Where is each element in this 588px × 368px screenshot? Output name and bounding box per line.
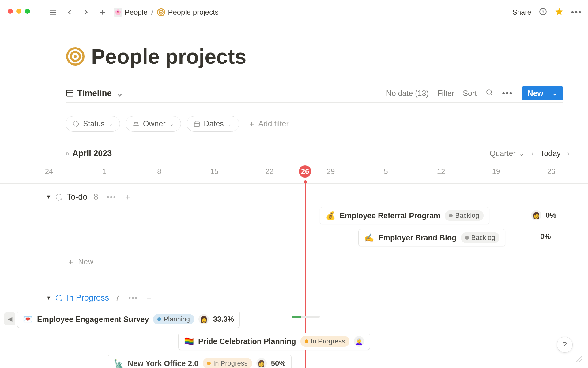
status-pill: Planning [153, 314, 194, 324]
add-filter-button[interactable]: ＋ Add filter [248, 119, 289, 129]
plus-icon: ＋ [67, 257, 74, 267]
svg-rect-21 [194, 122, 199, 126]
status-dot-icon [157, 317, 161, 321]
month-label[interactable]: » April 2023 [66, 149, 112, 158]
date-tick: 29 [327, 167, 335, 176]
filter-chip-status[interactable]: Status ⌄ [66, 116, 120, 132]
favorite-star-icon[interactable] [555, 7, 564, 17]
breadcrumb-parent-icon: 🌸 [114, 8, 122, 17]
hamburger-icon[interactable] [47, 7, 58, 18]
view-toolbar-right: No date (13) Filter Sort ••• New ⌄ [386, 86, 564, 100]
nav-back-icon[interactable] [64, 7, 75, 18]
status-dot-icon [305, 339, 308, 343]
new-button-label: New [528, 89, 543, 98]
breadcrumb-title[interactable]: People projects [168, 8, 218, 17]
group-count: 8 [93, 192, 98, 202]
group-add-icon[interactable]: ＋ [124, 192, 132, 202]
card-title: Pride Celebration Planning [198, 337, 296, 346]
nav-forward-icon[interactable] [81, 7, 92, 18]
chip-label: Owner [143, 119, 166, 128]
timeline-next-icon[interactable]: › [567, 150, 570, 158]
status-circle-icon [56, 194, 62, 201]
project-card-referral[interactable]: 💰 Employee Referral Program Backlog [320, 207, 489, 224]
svg-point-20 [136, 122, 138, 124]
card-percent: 0% [546, 211, 556, 220]
view-name: Timeline [77, 88, 112, 98]
maximize-window-button[interactable] [25, 9, 30, 14]
group-label[interactable]: In Progress [67, 293, 109, 303]
card-trail-referral: 👩 0% [531, 210, 556, 220]
svg-point-12 [74, 55, 77, 58]
minimize-window-button[interactable] [16, 9, 21, 14]
status-pill: Backlog [445, 210, 483, 221]
avatar-icon[interactable]: 👩 [198, 314, 209, 324]
group-label[interactable]: To-do [67, 192, 88, 202]
new-item-todo[interactable]: ＋ New [67, 257, 93, 267]
topbar-right: Share ••• [512, 7, 582, 17]
card-title: Employee Engagement Survey [37, 315, 149, 324]
overflow-left-icon[interactable]: ◀ [4, 312, 15, 325]
month-text: April 2023 [72, 149, 112, 158]
status-text: Planning [164, 315, 190, 323]
avatar-icon[interactable]: 👩 [256, 358, 267, 368]
group-add-icon[interactable]: ＋ [145, 293, 153, 303]
timeline-header-right: Quarter ⌄ ‹ Today › [490, 149, 570, 158]
filter-chip-owner[interactable]: Owner ⌄ [126, 116, 181, 132]
avatar-icon[interactable]: 👩 [531, 210, 541, 220]
group-more-icon[interactable]: ••• [128, 294, 138, 302]
project-card-engagement[interactable]: 💌 Employee Engagement Survey Planning 👩 … [17, 311, 240, 328]
chevron-down-icon: ⌄ [228, 121, 232, 127]
date-tick: 5 [384, 167, 388, 176]
topbar-left: 🌸 People / People projects [47, 7, 219, 18]
svg-marker-9 [555, 8, 563, 15]
more-menu-icon[interactable]: ••• [571, 7, 582, 17]
filter-button[interactable]: Filter [437, 89, 454, 98]
new-page-icon[interactable] [97, 7, 108, 18]
filter-row: Status ⌄ Owner ⌄ Dates ⌄ ＋ Add filter [66, 116, 289, 132]
view-more-icon[interactable]: ••• [502, 88, 513, 98]
svg-point-16 [487, 90, 492, 94]
timeline-prev-icon[interactable]: ‹ [531, 150, 533, 158]
resize-handle-icon[interactable] [576, 356, 582, 362]
new-button[interactable]: New ⌄ [522, 86, 564, 100]
status-text: Backlog [471, 234, 495, 242]
project-card-brand[interactable]: ✍️ Employer Brand Blog Backlog [358, 229, 505, 246]
help-button[interactable]: ? [557, 337, 573, 353]
collapse-toggle[interactable]: ▼ [46, 295, 51, 301]
scale-selector[interactable]: Quarter ⌄ [490, 149, 525, 158]
collapse-toggle[interactable]: ▼ [46, 194, 51, 200]
date-axis: 24 1 8 15 22 26 29 5 12 19 26 [37, 167, 582, 182]
view-selector[interactable]: Timeline ⌄ [66, 88, 123, 98]
card-percent: 0% [540, 232, 551, 241]
svg-point-7 [160, 12, 162, 13]
group-more-icon[interactable]: ••• [107, 193, 116, 201]
divider [548, 89, 548, 97]
status-text: In Progress [213, 359, 248, 367]
breadcrumb-parent[interactable]: People [125, 8, 148, 17]
card-emoji: 💰 [326, 211, 335, 220]
share-button[interactable]: Share [512, 8, 531, 17]
page-title[interactable]: People projects [91, 44, 246, 68]
card-trail-brand: 0% [540, 232, 551, 241]
window-controls [8, 9, 30, 14]
status-pill: In Progress [300, 336, 350, 347]
no-date-button[interactable]: No date (13) [386, 89, 429, 98]
chevron-down-icon: ⌄ [169, 121, 174, 127]
page-header: People projects [66, 44, 246, 68]
today-button[interactable]: Today [540, 149, 561, 158]
search-icon[interactable] [485, 88, 493, 98]
today-marker-dot [304, 180, 307, 183]
project-card-pride[interactable]: 🏳️‍🌈 Pride Celebration Planning In Progr… [178, 333, 370, 350]
date-tick: 8 [157, 167, 161, 176]
date-tick: 12 [437, 167, 445, 176]
updates-icon[interactable] [539, 7, 547, 17]
avatar-icon[interactable]: 👩‍🦳 [354, 336, 364, 347]
page-icon[interactable] [66, 47, 85, 66]
breadcrumb: 🌸 People / People projects [114, 8, 219, 17]
close-window-button[interactable] [8, 9, 13, 14]
filter-chip-dates[interactable]: Dates ⌄ [187, 116, 239, 132]
card-emoji: 🗽 [114, 359, 123, 368]
project-card-nyc[interactable]: 🗽 New York Office 2.0 In Progress 👩 50% [108, 355, 292, 368]
chevron-down-icon[interactable]: ⌄ [552, 90, 557, 97]
sort-button[interactable]: Sort [463, 89, 477, 98]
